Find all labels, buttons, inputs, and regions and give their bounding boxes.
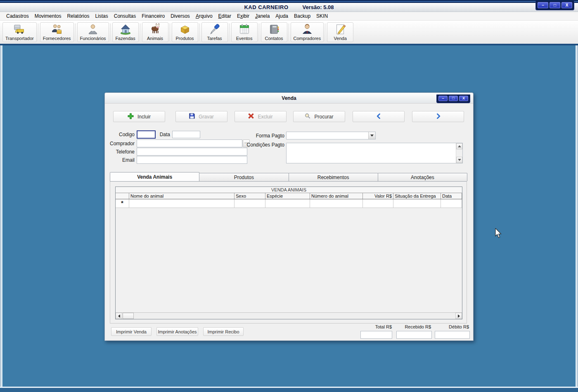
- scroll-right-button[interactable]: [455, 313, 462, 319]
- column-header-numero[interactable]: Número do animal: [310, 193, 363, 199]
- toolbar-label: Fazendas: [115, 36, 135, 41]
- grid-empty-area: [116, 208, 462, 312]
- scroll-down-button[interactable]: [456, 157, 462, 163]
- column-header-valor[interactable]: Valor R$: [363, 193, 393, 199]
- venda-close-button[interactable]: X: [459, 96, 468, 101]
- tab-recebimentos[interactable]: Recebimentos: [289, 173, 378, 181]
- grid-horizontal-scrollbar[interactable]: [116, 312, 462, 319]
- condicoes-pagto-memo: [286, 143, 463, 163]
- imprimir-recibo-button[interactable]: Imprimir Recibo: [203, 327, 244, 336]
- toolbar-fazendas-button[interactable]: Fazendas: [112, 22, 139, 42]
- cell-nome[interactable]: [129, 199, 235, 208]
- cell-numero[interactable]: [310, 199, 363, 208]
- grid-band-title: VENDA ANIMAIS: [116, 187, 462, 193]
- menu-diversos[interactable]: Diversos: [168, 12, 193, 20]
- menu-relatorios[interactable]: Relatórios: [64, 12, 92, 20]
- toolbar-funcionarios-button[interactable]: Funcionários: [77, 22, 109, 42]
- cow-icon: [149, 23, 161, 35]
- menu-consultas[interactable]: Consultas: [111, 12, 139, 20]
- screwdriver-icon: [208, 23, 221, 35]
- cell-situacao[interactable]: [393, 199, 441, 208]
- menu-movimentos[interactable]: Movimentos: [32, 12, 64, 20]
- main-toolbar: Transportador Fornecedores Funcionários …: [0, 21, 578, 44]
- tab-produtos[interactable]: Produtos: [199, 173, 289, 181]
- menu-arquivo[interactable]: Arquivo: [193, 12, 216, 20]
- column-header-situacao[interactable]: Situação da Entrega: [393, 193, 441, 199]
- menu-skin[interactable]: SKIN: [313, 12, 331, 20]
- cell-sexo[interactable]: [235, 199, 265, 208]
- toolbar-eventos-button[interactable]: Eventos: [231, 22, 258, 42]
- venda-minimize-button[interactable]: –: [438, 96, 448, 101]
- menu-ajuda[interactable]: Ajuda: [272, 12, 291, 20]
- column-header-especie[interactable]: Espécie: [265, 193, 310, 199]
- toolbar-separator: [289, 24, 289, 41]
- toolbar-contatos-button[interactable]: Contatos: [261, 22, 287, 42]
- comprador-input[interactable]: [137, 139, 242, 147]
- imprimir-venda-button[interactable]: Imprimir Venda: [111, 327, 152, 336]
- forma-pagto-select[interactable]: [286, 132, 376, 139]
- maximize-button[interactable]: □: [550, 2, 560, 8]
- toolbar-separator: [259, 24, 260, 41]
- menu-janela[interactable]: Janela: [252, 12, 272, 20]
- gravar-button[interactable]: Gravar: [175, 111, 227, 122]
- next-record-button[interactable]: [412, 111, 464, 122]
- window-bottom-frame: [0, 387, 578, 392]
- dropdown-arrow-button[interactable]: [368, 132, 375, 139]
- scroll-left-button[interactable]: [116, 313, 122, 319]
- toolbar-venda-button[interactable]: Venda: [327, 22, 353, 42]
- search-icon: [305, 113, 310, 120]
- toolbar-produtos-button[interactable]: Produtos: [172, 22, 198, 42]
- memo-vertical-scrollbar[interactable]: [456, 143, 462, 163]
- menu-exibir[interactable]: Exibir: [234, 12, 252, 20]
- menu-cadastros[interactable]: Cadastros: [3, 12, 32, 20]
- chevron-left-icon: [376, 113, 381, 120]
- toolbar-animais-button[interactable]: Animais: [142, 22, 168, 42]
- cell-especie[interactable]: [265, 199, 310, 208]
- window-top-border: [0, 0, 578, 3]
- previous-record-button[interactable]: [353, 111, 405, 122]
- scrollbar-thumb[interactable]: [123, 313, 134, 319]
- condicoes-pagto-textarea[interactable]: [287, 143, 456, 163]
- farmhouse-icon: [119, 23, 132, 35]
- column-header-sexo[interactable]: Sexo: [235, 193, 265, 199]
- forma-pagto-label: Forma Pagto: [243, 133, 284, 139]
- column-header-nome[interactable]: Nome do animal: [129, 193, 235, 199]
- codigo-label: Codigo: [109, 132, 135, 137]
- toolbar-separator: [325, 24, 326, 41]
- venda-titlebar[interactable]: Venda: [105, 93, 473, 104]
- menu-backup[interactable]: Backup: [291, 12, 313, 20]
- minimize-button[interactable]: –: [538, 2, 548, 8]
- triangle-up-icon: [458, 145, 461, 147]
- toolbar-tarefas-button[interactable]: Tarefas: [201, 22, 228, 42]
- tab-venda-animais[interactable]: Venda Animais: [110, 172, 199, 181]
- procurar-button[interactable]: Procurar: [293, 111, 345, 122]
- toolbar-label: Contatos: [265, 36, 283, 41]
- menu-financeiro[interactable]: Financeiro: [139, 12, 168, 20]
- cell-valor[interactable]: [363, 199, 393, 208]
- telefone-input[interactable]: [137, 148, 247, 156]
- data-input[interactable]: [172, 131, 200, 138]
- column-header-data[interactable]: Data: [441, 193, 462, 199]
- toolbar-separator: [199, 24, 200, 41]
- table-row[interactable]: *: [116, 199, 462, 208]
- close-button[interactable]: X: [561, 2, 572, 8]
- menu-editar[interactable]: Editar: [216, 12, 234, 20]
- toolbar-compradores-button[interactable]: Compradores: [291, 22, 324, 42]
- imprimir-anotacoes-button[interactable]: Imprimir Anotações: [156, 327, 198, 336]
- excluir-button[interactable]: Excluir: [235, 111, 287, 122]
- data-label: Data: [154, 132, 170, 137]
- debito-input[interactable]: [435, 331, 470, 339]
- toolbar-transportador-button[interactable]: Transportador: [2, 22, 37, 42]
- total-input[interactable]: [360, 331, 392, 339]
- tab-anotacoes[interactable]: Anotações: [378, 173, 467, 181]
- email-input[interactable]: [137, 156, 247, 164]
- venda-maximize-button[interactable]: □: [449, 96, 458, 101]
- scroll-up-button[interactable]: [456, 143, 462, 149]
- toolbar-fornecedores-button[interactable]: Fornecedores: [40, 22, 74, 42]
- recebido-input[interactable]: [396, 331, 432, 339]
- codigo-input[interactable]: [137, 130, 156, 139]
- menu-listas[interactable]: Listas: [92, 12, 111, 20]
- cell-data[interactable]: [441, 199, 462, 208]
- incluir-button[interactable]: Incluir: [113, 111, 165, 122]
- scrollbar-track[interactable]: [134, 313, 455, 319]
